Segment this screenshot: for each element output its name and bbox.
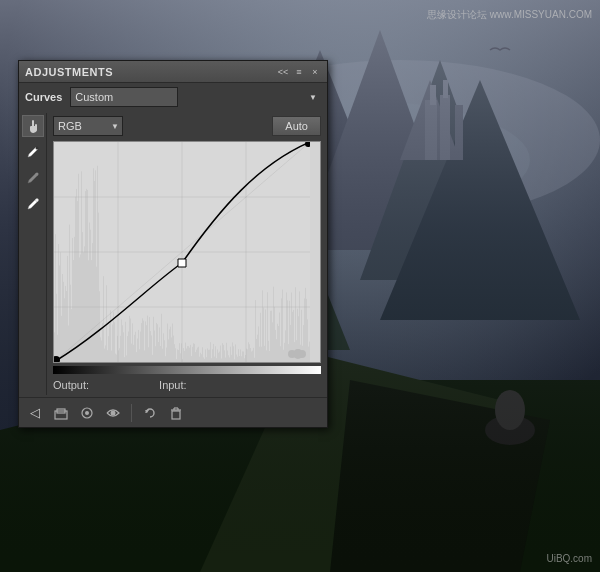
- input-label: Input:: [159, 379, 187, 391]
- svg-point-24: [35, 147, 38, 150]
- curves-header: Curves Custom Default Strong Contrast Li…: [19, 83, 327, 111]
- hand-tool[interactable]: [22, 115, 44, 137]
- panel-titlebar: ADJUSTMENTS << ≡ ×: [19, 61, 327, 83]
- preset-select[interactable]: Custom Default Strong Contrast Linear Me…: [70, 87, 178, 107]
- curve-area: RGB Red Green Blue Auto Output: Input:: [47, 113, 327, 395]
- toolbar-separator-1: [131, 404, 132, 422]
- visibility-button[interactable]: [77, 403, 97, 423]
- view-button[interactable]: [103, 403, 123, 423]
- panel-title-controls: << ≡ ×: [277, 66, 321, 78]
- bottom-toolbar: ◁: [19, 397, 327, 427]
- eyedropper-midtone-tool[interactable]: [22, 167, 44, 189]
- svg-point-31: [111, 410, 116, 415]
- output-input-row: Output: Input:: [47, 375, 327, 395]
- svg-point-30: [85, 411, 89, 415]
- panel-collapse-button[interactable]: <<: [277, 66, 289, 78]
- gradient-bar: [53, 366, 321, 374]
- svg-point-26: [35, 199, 38, 202]
- panel-menu-button[interactable]: ≡: [293, 66, 305, 78]
- svg-point-25: [35, 173, 38, 176]
- svg-rect-33: [172, 411, 180, 419]
- panel-close-button[interactable]: ×: [309, 66, 321, 78]
- channel-select-wrapper: RGB Red Green Blue: [53, 116, 123, 136]
- output-label: Output:: [53, 379, 89, 391]
- delete-button[interactable]: [166, 403, 186, 423]
- output-value: [109, 379, 139, 391]
- adjustments-panel: ADJUSTMENTS << ≡ × Curves Custom Default…: [18, 60, 328, 428]
- eyedropper-highlight-tool[interactable]: [22, 193, 44, 215]
- curve-canvas-wrapper[interactable]: [53, 141, 321, 363]
- channel-select[interactable]: RGB Red Green Blue: [53, 116, 123, 136]
- panel-title: ADJUSTMENTS: [25, 66, 113, 78]
- preset-select-wrapper: Custom Default Strong Contrast Linear Me…: [70, 87, 321, 107]
- input-value: [207, 379, 237, 391]
- reset-button[interactable]: [140, 403, 160, 423]
- watermark-top: 思缘设计论坛 www.MISSYUAN.COM: [427, 8, 592, 22]
- layer-button[interactable]: [51, 403, 71, 423]
- tools-area: RGB Red Green Blue Auto Output: Input:: [19, 111, 327, 397]
- previous-state-button[interactable]: ◁: [25, 403, 45, 423]
- left-tools: [19, 113, 47, 395]
- curve-canvas[interactable]: [54, 142, 310, 362]
- watermark-bottom: UiBQ.com: [546, 553, 592, 564]
- curves-label: Curves: [25, 91, 62, 103]
- eyedropper-shadow-tool[interactable]: [22, 141, 44, 163]
- channel-row: RGB Red Green Blue Auto: [47, 113, 327, 139]
- auto-button[interactable]: Auto: [272, 116, 321, 136]
